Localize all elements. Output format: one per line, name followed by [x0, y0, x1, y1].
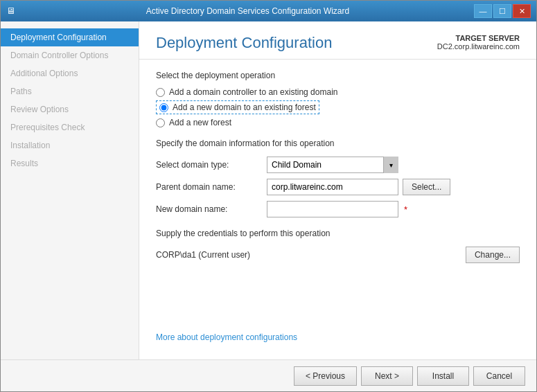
domain-type-control: Child Domain Tree Domain ▾	[267, 157, 520, 173]
main-window: 🖥 Active Directory Domain Services Confi…	[0, 0, 537, 392]
sidebar-item-installation: Installation	[1, 136, 139, 154]
target-server-info: TARGET SERVER DC2.corp.litwareinc.com	[437, 34, 520, 51]
cancel-button[interactable]: Cancel	[473, 366, 525, 386]
sidebar: Deployment Configuration Domain Controll…	[1, 21, 139, 359]
parent-domain-label: Parent domain name:	[156, 182, 267, 192]
sidebar-item-prerequisites-check: Prerequisites Check	[1, 118, 139, 136]
radio-add-dc-label[interactable]: Add a domain controller to an existing d…	[169, 87, 337, 97]
required-star: *	[404, 204, 407, 215]
main-panel: Deployment Configuration TARGET SERVER D…	[139, 21, 536, 359]
credentials-label: Supply the credentials to perform this o…	[156, 229, 520, 238]
title-bar: 🖥 Active Directory Domain Services Confi…	[1, 1, 536, 21]
parent-domain-row: Parent domain name: Select...	[156, 179, 520, 195]
radio-add-dc-input[interactable]	[156, 88, 165, 97]
parent-domain-control: Select...	[267, 179, 520, 195]
domain-type-select[interactable]: Child Domain Tree Domain	[267, 157, 398, 173]
radio-add-new-domain-input[interactable]	[159, 103, 168, 112]
minimize-button[interactable]: —	[474, 4, 492, 18]
radio-add-new-forest-label[interactable]: Add a new forest	[169, 118, 231, 127]
next-button[interactable]: Next >	[361, 366, 413, 386]
window-title: Active Directory Domain Services Configu…	[21, 6, 474, 16]
credentials-user-text: CORP\da1 (Current user)	[156, 250, 250, 260]
target-server-label: TARGET SERVER	[437, 34, 520, 42]
radio-add-new-forest: Add a new forest	[156, 118, 520, 127]
sidebar-item-deployment-configuration[interactable]: Deployment Configuration	[1, 28, 139, 46]
install-button[interactable]: Install	[417, 366, 469, 386]
close-button[interactable]: ✕	[513, 4, 531, 18]
deployment-op-label: Select the deployment operation	[156, 71, 520, 80]
more-link[interactable]: More about deployment configurations	[156, 332, 297, 342]
page-title: Deployment Configuration	[156, 34, 332, 52]
credentials-section: Supply the credentials to perform this o…	[156, 229, 520, 263]
new-domain-input[interactable]	[267, 201, 398, 217]
window-controls: — ☐ ✕	[474, 4, 531, 18]
domain-info-label: Specify the domain information for this …	[156, 139, 520, 148]
app-icon: 🖥	[6, 6, 17, 17]
radio-add-dc: Add a domain controller to an existing d…	[156, 87, 520, 97]
sidebar-item-additional-options: Additional Options	[1, 64, 139, 82]
domain-type-select-wrapper: Child Domain Tree Domain ▾	[267, 157, 398, 173]
previous-button[interactable]: < Previous	[294, 366, 357, 386]
parent-domain-input[interactable]	[267, 179, 398, 195]
radio-add-new-forest-input[interactable]	[156, 118, 165, 127]
new-domain-label: New domain name:	[156, 204, 267, 214]
parent-domain-select-button[interactable]: Select...	[403, 179, 450, 195]
sidebar-item-paths: Paths	[1, 82, 139, 100]
new-domain-control: *	[267, 201, 520, 217]
footer: < Previous Next > Install Cancel	[1, 359, 536, 391]
radio-add-new-domain: Add a new domain to an existing forest	[156, 100, 520, 114]
new-domain-row: New domain name: *	[156, 201, 520, 217]
radio-add-new-domain-wrapper: Add a new domain to an existing forest	[156, 100, 319, 114]
main-header: Deployment Configuration TARGET SERVER D…	[139, 21, 536, 60]
sidebar-item-domain-controller-options: Domain Controller Options	[1, 46, 139, 64]
domain-type-label: Select domain type:	[156, 160, 267, 170]
sidebar-item-review-options: Review Options	[1, 100, 139, 118]
credentials-change-button[interactable]: Change...	[466, 247, 520, 263]
main-content: Select the deployment operation Add a do…	[139, 60, 536, 359]
radio-add-new-domain-label[interactable]: Add a new domain to an existing forest	[173, 103, 316, 112]
deployment-radio-group: Add a domain controller to an existing d…	[156, 87, 520, 127]
content-area: Deployment Configuration Domain Controll…	[1, 21, 536, 359]
target-server-value: DC2.corp.litwareinc.com	[437, 42, 520, 51]
domain-type-row: Select domain type: Child Domain Tree Do…	[156, 157, 520, 173]
credentials-user-row: CORP\da1 (Current user) Change...	[156, 247, 520, 263]
sidebar-item-results: Results	[1, 154, 139, 172]
maximize-button[interactable]: ☐	[493, 4, 511, 18]
